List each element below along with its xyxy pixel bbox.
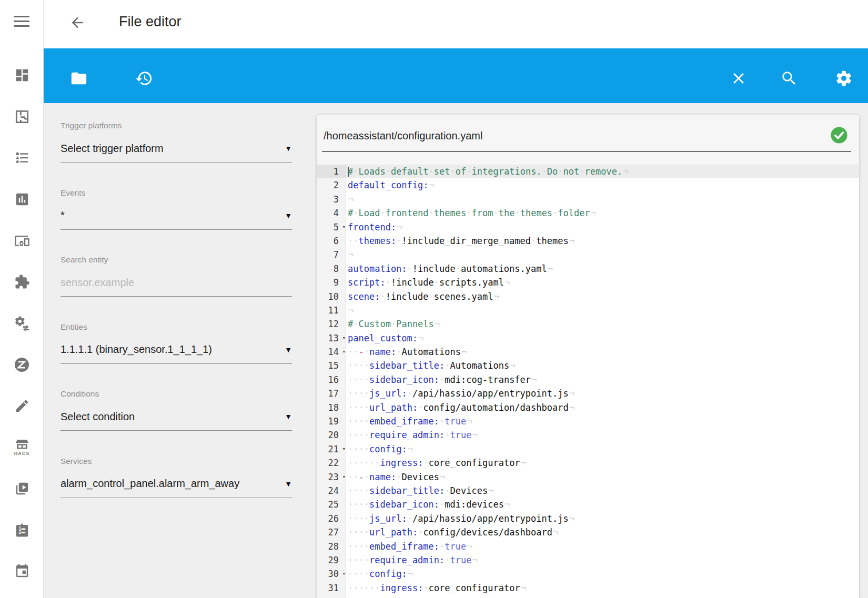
whitespace-dot: · bbox=[364, 513, 369, 524]
code-line-20[interactable]: 20····require_admin:·true¬ bbox=[317, 428, 859, 442]
code-line-4[interactable]: 4#·Load·frontend·themes·from·the·themes·… bbox=[317, 206, 859, 220]
code-line-text[interactable]: script:·!include·scripts.yaml¬ bbox=[346, 276, 859, 289]
history-button[interactable] bbox=[135, 69, 153, 87]
code-line-text[interactable]: ····require_admin:·true¬ bbox=[346, 553, 859, 567]
field-underline bbox=[60, 430, 292, 431]
code-line-text[interactable]: ····require_admin:·true¬ bbox=[346, 428, 859, 442]
code-line-text[interactable]: ··-·name:¬ bbox=[346, 595, 859, 598]
code-line-text[interactable]: ··-·name:·Automations¬ bbox=[346, 345, 859, 359]
code-line-text[interactable]: ¬ bbox=[346, 192, 859, 206]
code-line-25[interactable]: 25····sidebar_icon:·mdi:devices¬ bbox=[317, 498, 859, 511]
file-path-input[interactable]: /homeassistant/configuration.yaml bbox=[324, 130, 482, 142]
code-line-10[interactable]: 10scene:·!include·scenes.yaml¬ bbox=[317, 290, 859, 303]
code-line-text[interactable]: ····embed_iframe:·true¬ bbox=[346, 540, 859, 553]
code-line-19[interactable]: 19····embed_iframe:·true¬ bbox=[317, 414, 859, 428]
code-line-24[interactable]: 24····sidebar_title:·Devices¬ bbox=[317, 484, 859, 498]
code-line-11[interactable]: 11¬ bbox=[317, 303, 859, 317]
code-line-text[interactable]: #·Loads·default·set·of·integrations.·Do·… bbox=[346, 165, 859, 178]
code-line-text[interactable]: ······ingress:·core_configurator¬ bbox=[346, 581, 859, 595]
sidebar-item-todo-lists[interactable] bbox=[0, 137, 44, 179]
code-line-text[interactable]: ····sidebar_title:·Devices¬ bbox=[346, 484, 859, 498]
sidebar-item-floorplan[interactable] bbox=[0, 96, 44, 138]
search-button[interactable] bbox=[780, 69, 798, 87]
code-line-text[interactable]: ··themes:·!include_dir_merge_named·theme… bbox=[346, 234, 859, 248]
code-line-14[interactable]: 14▾··-·name:·Automations¬ bbox=[317, 345, 859, 359]
code-line-text[interactable]: #·Load·frontend·themes·from·the·themes·f… bbox=[346, 206, 859, 220]
code-line-15[interactable]: 15····sidebar_title:·Automations¬ bbox=[317, 359, 859, 372]
code-editor[interactable]: 1#·Loads·default·set·of·integrations.·Do… bbox=[317, 165, 859, 598]
browse-files-button[interactable] bbox=[70, 69, 88, 87]
sidebar-item-history[interactable] bbox=[0, 179, 44, 220]
code-line-16[interactable]: 16····sidebar_icon:·mdi:cog-transfer¬ bbox=[317, 373, 859, 387]
close-file-button[interactable] bbox=[730, 69, 748, 87]
select-events[interactable]: *▼ bbox=[60, 209, 292, 222]
back-button[interactable] bbox=[69, 14, 86, 31]
code-line-23[interactable]: 23▾··-·name:·Devices¬ bbox=[317, 470, 859, 484]
code-line-17[interactable]: 17····js_url:·/api/hassio/app/entrypoint… bbox=[317, 387, 859, 400]
code-line-text[interactable]: #·Custom·Pannels¬ bbox=[346, 317, 859, 331]
code-line-text[interactable]: ····js_url:·/api/hassio/app/entrypoint.j… bbox=[346, 387, 859, 400]
code-line-text[interactable]: ····config:¬ bbox=[346, 567, 859, 581]
code-line-21[interactable]: 21▾····config:¬ bbox=[317, 442, 859, 456]
code-line-text[interactable]: ····sidebar_icon:·mdi:cog-transfer¬ bbox=[346, 373, 859, 387]
code-line-2[interactable]: 2default_config:¬ bbox=[317, 178, 859, 192]
sidebar-item-file-editor[interactable] bbox=[0, 386, 44, 427]
code-line-22[interactable]: 22······ingress:·core_configurator¬ bbox=[317, 456, 859, 470]
select-conditions[interactable]: Select condition▼ bbox=[60, 410, 292, 423]
code-line-13[interactable]: 13▾panel_custom:¬ bbox=[317, 331, 859, 345]
code-line-text[interactable]: ····config:¬ bbox=[346, 442, 859, 456]
sidebar-item-media[interactable] bbox=[0, 468, 44, 510]
settings-button[interactable] bbox=[835, 69, 853, 87]
sidebar-item-automations[interactable] bbox=[0, 303, 44, 344]
code-line-9[interactable]: 9script:·!include·scripts.yaml¬ bbox=[317, 276, 859, 289]
code-line-28[interactable]: 28····embed_iframe:·true¬ bbox=[317, 540, 859, 553]
code-line-text[interactable]: ····url_path:·config/devices/dashboard¬ bbox=[346, 525, 859, 539]
code-line-text[interactable]: ····sidebar_title:·Automations¬ bbox=[346, 359, 859, 372]
sidebar-item-shopping-list[interactable]: 12 bbox=[0, 510, 44, 551]
code-line-text[interactable]: ····url_path:·config/automation/dashboar… bbox=[346, 401, 859, 414]
fold-arrow-icon[interactable]: ▾ bbox=[342, 470, 346, 484]
code-line-26[interactable]: 26····js_url:·/api/hassio/app/entrypoint… bbox=[317, 512, 859, 525]
code-line-text[interactable]: ··-·name:·Devices¬ bbox=[346, 470, 859, 484]
code-line-5[interactable]: 5▾frontend:¬ bbox=[317, 220, 859, 234]
code-line-text[interactable]: ····embed_iframe:·true¬ bbox=[346, 414, 859, 428]
code-line-text[interactable]: automation:·!include·automations.yaml¬ bbox=[346, 262, 859, 276]
code-line-3[interactable]: 3¬ bbox=[317, 192, 859, 206]
sidebar-item-integrations[interactable] bbox=[0, 261, 44, 303]
code-line-7[interactable]: 7¬ bbox=[317, 248, 859, 261]
code-line-27[interactable]: 27····url_path:·config/devices/dashboard… bbox=[317, 525, 859, 539]
code-line-18[interactable]: 18····url_path:·config/automation/dashbo… bbox=[317, 401, 859, 414]
code-line-text[interactable]: ····sidebar_icon:·mdi:devices¬ bbox=[346, 498, 859, 511]
code-line-32[interactable]: 32··-·name:¬ bbox=[317, 595, 859, 598]
sidebar-item-devices[interactable] bbox=[0, 220, 44, 261]
fold-arrow-icon[interactable]: ▾ bbox=[342, 220, 346, 234]
code-line-8[interactable]: 8automation:·!include·automations.yaml¬ bbox=[317, 262, 859, 276]
select-entities[interactable]: 1.1.1.1 (binary_sensor.1_1_1_1)▼ bbox=[60, 343, 292, 357]
code-line-12[interactable]: 12#·Custom·Pannels¬ bbox=[317, 317, 859, 331]
code-line-30[interactable]: 30▾····config:¬ bbox=[317, 567, 859, 581]
select-trigger-platform[interactable]: Select trigger platform▼ bbox=[60, 141, 292, 155]
code-line-text[interactable]: ¬ bbox=[346, 248, 859, 261]
code-line-text[interactable]: panel_custom:¬ bbox=[346, 331, 859, 345]
code-line-text[interactable]: ¬ bbox=[346, 303, 859, 317]
code-line-1[interactable]: 1#·Loads·default·set·of·integrations.·Do… bbox=[317, 165, 859, 178]
fold-arrow-icon[interactable]: ▾ bbox=[342, 442, 346, 456]
select-services[interactable]: alarm_control_panel.alarm_arm_away▼ bbox=[60, 477, 292, 491]
code-line-text[interactable]: frontend:¬ bbox=[346, 220, 859, 234]
code-line-text[interactable]: ······ingress:·core_configurator¬ bbox=[346, 456, 859, 470]
code-line-text[interactable]: ····js_url:·/api/hassio/app/entrypoint.j… bbox=[346, 512, 859, 525]
input-search-entity[interactable]: sensor.example bbox=[60, 276, 292, 289]
hamburger-menu-icon[interactable] bbox=[14, 16, 29, 31]
sidebar-item-calendar[interactable] bbox=[0, 551, 44, 592]
sidebar-item-hacs[interactable]: HACS bbox=[0, 427, 44, 468]
code-line-31[interactable]: 31······ingress:·core_configurator¬ bbox=[317, 581, 859, 595]
fold-arrow-icon[interactable]: ▾ bbox=[342, 331, 346, 345]
code-line-6[interactable]: 6··themes:·!include_dir_merge_named·them… bbox=[317, 234, 859, 248]
fold-arrow-icon[interactable]: ▾ bbox=[342, 567, 346, 581]
code-line-text[interactable]: default_config:¬ bbox=[346, 178, 859, 192]
code-line-text[interactable]: scene:·!include·scenes.yaml¬ bbox=[346, 290, 859, 303]
code-line-29[interactable]: 29····require_admin:·true¬ bbox=[317, 553, 859, 567]
fold-arrow-icon[interactable]: ▾ bbox=[342, 345, 346, 359]
sidebar-item-zigbee[interactable] bbox=[0, 344, 44, 386]
sidebar-item-overview[interactable] bbox=[0, 55, 44, 96]
